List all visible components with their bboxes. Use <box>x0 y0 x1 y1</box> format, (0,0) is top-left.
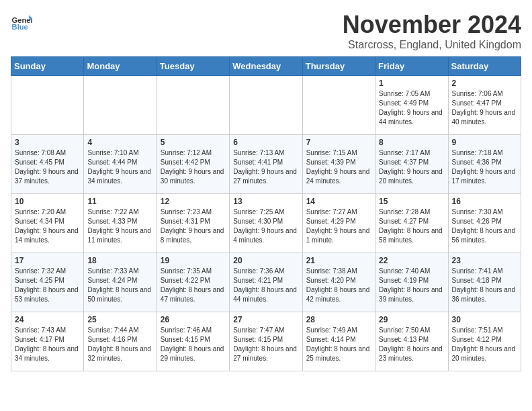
day-info: Sunrise: 7:30 AM Sunset: 4:26 PM Dayligh… <box>452 208 517 245</box>
day-info: Sunrise: 7:06 AM Sunset: 4:47 PM Dayligh… <box>452 89 517 127</box>
day-info: Sunrise: 7:49 AM Sunset: 4:14 PM Dayligh… <box>306 326 371 363</box>
day-info: Sunrise: 7:12 AM Sunset: 4:42 PM Dayligh… <box>161 148 226 186</box>
header-saturday: Saturday <box>448 57 521 76</box>
day-info: Sunrise: 7:33 AM Sunset: 4:24 PM Dayligh… <box>87 267 152 304</box>
day-number: 1 <box>379 79 444 88</box>
calendar-cell: 16Sunrise: 7:30 AM Sunset: 4:26 PM Dayli… <box>448 194 521 253</box>
day-info: Sunrise: 7:41 AM Sunset: 4:18 PM Dayligh… <box>452 267 517 304</box>
calendar-cell <box>302 76 375 135</box>
day-number: 9 <box>452 138 517 147</box>
calendar-cell: 22Sunrise: 7:40 AM Sunset: 4:19 PM Dayli… <box>375 253 448 312</box>
day-info: Sunrise: 7:27 AM Sunset: 4:29 PM Dayligh… <box>306 208 371 245</box>
day-number: 8 <box>379 138 444 147</box>
day-info: Sunrise: 7:13 AM Sunset: 4:41 PM Dayligh… <box>233 148 298 186</box>
day-info: Sunrise: 7:32 AM Sunset: 4:25 PM Dayligh… <box>15 267 80 304</box>
day-info: Sunrise: 7:17 AM Sunset: 4:37 PM Dayligh… <box>379 148 444 186</box>
header-friday: Friday <box>375 57 448 76</box>
calendar-cell: 25Sunrise: 7:44 AM Sunset: 4:16 PM Dayli… <box>84 312 157 371</box>
calendar-week-1: 1Sunrise: 7:05 AM Sunset: 4:49 PM Daylig… <box>11 76 521 135</box>
calendar-cell: 11Sunrise: 7:22 AM Sunset: 4:33 PM Dayli… <box>84 194 157 253</box>
location-subtitle: Starcross, England, United Kingdom <box>343 39 521 51</box>
calendar-cell: 15Sunrise: 7:28 AM Sunset: 4:27 PM Dayli… <box>375 194 448 253</box>
calendar-cell: 7Sunrise: 7:15 AM Sunset: 4:39 PM Daylig… <box>302 135 375 194</box>
calendar-table: Sunday Monday Tuesday Wednesday Thursday… <box>11 56 521 371</box>
calendar-cell: 23Sunrise: 7:41 AM Sunset: 4:18 PM Dayli… <box>448 253 521 312</box>
day-number: 13 <box>233 197 298 206</box>
day-number: 17 <box>15 256 80 265</box>
calendar-cell: 21Sunrise: 7:38 AM Sunset: 4:20 PM Dayli… <box>302 253 375 312</box>
day-number: 30 <box>452 315 517 324</box>
day-number: 4 <box>87 138 152 147</box>
calendar-cell <box>84 76 157 135</box>
day-number: 21 <box>306 256 371 265</box>
calendar-cell: 2Sunrise: 7:06 AM Sunset: 4:47 PM Daylig… <box>448 76 521 135</box>
day-info: Sunrise: 7:18 AM Sunset: 4:36 PM Dayligh… <box>452 148 517 186</box>
calendar-cell: 24Sunrise: 7:43 AM Sunset: 4:17 PM Dayli… <box>11 312 84 371</box>
calendar-cell: 28Sunrise: 7:49 AM Sunset: 4:14 PM Dayli… <box>302 312 375 371</box>
calendar-cell: 1Sunrise: 7:05 AM Sunset: 4:49 PM Daylig… <box>375 76 448 135</box>
header: General Blue November 2024 Starcross, En… <box>11 11 521 51</box>
day-info: Sunrise: 7:38 AM Sunset: 4:20 PM Dayligh… <box>306 267 371 304</box>
calendar-cell: 4Sunrise: 7:10 AM Sunset: 4:44 PM Daylig… <box>84 135 157 194</box>
month-title: November 2024 <box>343 11 521 39</box>
day-info: Sunrise: 7:36 AM Sunset: 4:21 PM Dayligh… <box>233 267 298 304</box>
day-info: Sunrise: 7:50 AM Sunset: 4:13 PM Dayligh… <box>379 326 444 363</box>
day-info: Sunrise: 7:05 AM Sunset: 4:49 PM Dayligh… <box>379 89 444 127</box>
day-info: Sunrise: 7:25 AM Sunset: 4:30 PM Dayligh… <box>233 208 298 245</box>
logo: General Blue <box>11 11 32 32</box>
day-number: 2 <box>452 79 517 88</box>
header-tuesday: Tuesday <box>157 57 229 76</box>
day-info: Sunrise: 7:46 AM Sunset: 4:15 PM Dayligh… <box>161 326 226 363</box>
calendar-cell: 6Sunrise: 7:13 AM Sunset: 4:41 PM Daylig… <box>230 135 302 194</box>
day-number: 16 <box>452 197 517 206</box>
day-info: Sunrise: 7:35 AM Sunset: 4:22 PM Dayligh… <box>161 267 226 304</box>
header-sunday: Sunday <box>11 57 84 76</box>
calendar-cell: 17Sunrise: 7:32 AM Sunset: 4:25 PM Dayli… <box>11 253 84 312</box>
weekday-header-row: Sunday Monday Tuesday Wednesday Thursday… <box>11 57 521 76</box>
day-number: 19 <box>161 256 226 265</box>
calendar-week-2: 3Sunrise: 7:08 AM Sunset: 4:45 PM Daylig… <box>11 135 521 194</box>
calendar-cell: 14Sunrise: 7:27 AM Sunset: 4:29 PM Dayli… <box>302 194 375 253</box>
logo-icon: General Blue <box>11 11 32 32</box>
day-number: 29 <box>379 315 444 324</box>
calendar-cell <box>157 76 229 135</box>
calendar-cell <box>230 76 302 135</box>
day-number: 12 <box>161 197 226 206</box>
header-monday: Monday <box>84 57 157 76</box>
calendar-cell: 5Sunrise: 7:12 AM Sunset: 4:42 PM Daylig… <box>157 135 229 194</box>
calendar-cell: 10Sunrise: 7:20 AM Sunset: 4:34 PM Dayli… <box>11 194 84 253</box>
header-thursday: Thursday <box>302 57 375 76</box>
title-area: November 2024 Starcross, England, United… <box>343 11 521 51</box>
calendar-cell: 3Sunrise: 7:08 AM Sunset: 4:45 PM Daylig… <box>11 135 84 194</box>
day-info: Sunrise: 7:51 AM Sunset: 4:12 PM Dayligh… <box>452 326 517 363</box>
day-number: 27 <box>233 315 298 324</box>
calendar-week-3: 10Sunrise: 7:20 AM Sunset: 4:34 PM Dayli… <box>11 194 521 253</box>
day-info: Sunrise: 7:15 AM Sunset: 4:39 PM Dayligh… <box>306 148 371 186</box>
day-info: Sunrise: 7:22 AM Sunset: 4:33 PM Dayligh… <box>87 208 152 245</box>
day-number: 15 <box>379 197 444 206</box>
day-number: 28 <box>306 315 371 324</box>
calendar-cell: 9Sunrise: 7:18 AM Sunset: 4:36 PM Daylig… <box>448 135 521 194</box>
day-number: 23 <box>452 256 517 265</box>
svg-text:Blue: Blue <box>12 23 28 31</box>
calendar-cell: 13Sunrise: 7:25 AM Sunset: 4:30 PM Dayli… <box>230 194 302 253</box>
calendar-cell: 8Sunrise: 7:17 AM Sunset: 4:37 PM Daylig… <box>375 135 448 194</box>
day-info: Sunrise: 7:47 AM Sunset: 4:15 PM Dayligh… <box>233 326 298 363</box>
calendar-cell: 19Sunrise: 7:35 AM Sunset: 4:22 PM Dayli… <box>157 253 229 312</box>
day-info: Sunrise: 7:44 AM Sunset: 4:16 PM Dayligh… <box>87 326 152 363</box>
day-number: 24 <box>15 315 80 324</box>
day-number: 18 <box>87 256 152 265</box>
day-number: 7 <box>306 138 371 147</box>
day-number: 26 <box>161 315 226 324</box>
day-number: 5 <box>161 138 226 147</box>
day-number: 22 <box>379 256 444 265</box>
day-info: Sunrise: 7:43 AM Sunset: 4:17 PM Dayligh… <box>15 326 80 363</box>
calendar-cell: 12Sunrise: 7:23 AM Sunset: 4:31 PM Dayli… <box>157 194 229 253</box>
day-number: 20 <box>233 256 298 265</box>
calendar-cell: 18Sunrise: 7:33 AM Sunset: 4:24 PM Dayli… <box>84 253 157 312</box>
day-number: 6 <box>233 138 298 147</box>
day-number: 11 <box>87 197 152 206</box>
day-info: Sunrise: 7:20 AM Sunset: 4:34 PM Dayligh… <box>15 208 80 245</box>
day-info: Sunrise: 7:10 AM Sunset: 4:44 PM Dayligh… <box>87 148 152 186</box>
day-info: Sunrise: 7:40 AM Sunset: 4:19 PM Dayligh… <box>379 267 444 304</box>
